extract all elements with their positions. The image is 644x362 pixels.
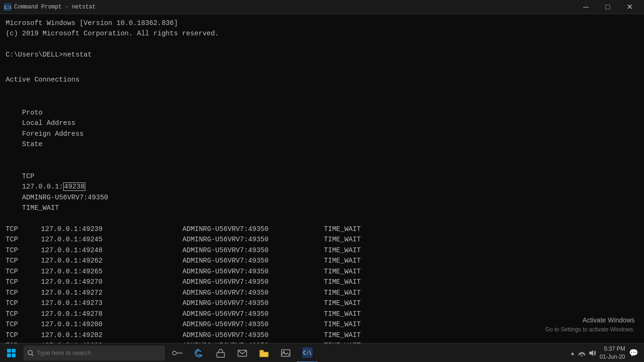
copyright-line: (c) 2019 Microsoft Corporation. All righ… <box>6 28 638 39</box>
activate-line1: Activate Windows <box>545 315 635 325</box>
cmd-icon: C:\ <box>4 3 11 11</box>
show-hidden-icon[interactable]: ▲ <box>570 350 575 356</box>
taskbar: C:\ ▲ 5:37 PM 01-Jun-20 💬 <box>0 343 644 362</box>
svg-text:C:\: C:\ <box>4 5 11 10</box>
search-icon <box>27 350 34 356</box>
blank-line-1 <box>6 39 638 49</box>
console-area: Microsoft Windows [Version 10.0.18362.83… <box>0 14 644 343</box>
svg-marker-18 <box>589 350 593 356</box>
edge-button[interactable] <box>189 344 209 362</box>
command-line: C:\Users\DELL>netstat <box>6 49 638 60</box>
file-explorer-button[interactable] <box>254 344 274 362</box>
taskbar-right: ▲ 5:37 PM 01-Jun-20 💬 <box>570 345 644 361</box>
activate-windows-watermark: Activate Windows Go to Settings to activ… <box>545 315 635 334</box>
svg-point-8 <box>173 351 176 355</box>
taskview-button[interactable] <box>167 344 188 362</box>
svg-line-7 <box>32 354 34 356</box>
volume-icon[interactable] <box>588 349 596 357</box>
datetime-display[interactable]: 5:37 PM 01-Jun-20 <box>600 345 625 361</box>
store-icon <box>215 348 226 358</box>
table-row: TCP127.0.0.1:49272ADMINRG-U56VRV7:49350T… <box>6 288 638 298</box>
table-row: TCP127.0.0.1:49262ADMINRG-U56VRV7:49350T… <box>6 255 638 266</box>
svg-point-17 <box>581 355 582 356</box>
cmd-taskbar-icon: C:\ <box>302 347 313 358</box>
header-state: State <box>22 139 43 149</box>
mail-button[interactable] <box>232 344 253 362</box>
notification-icon[interactable]: 💬 <box>629 348 638 357</box>
row-foreign: ADMINRG-U56VRV7:49350 <box>22 192 164 203</box>
search-input[interactable] <box>37 349 155 356</box>
blank-line-2 <box>6 60 638 71</box>
svg-rect-5 <box>12 354 16 357</box>
close-button[interactable]: ✕ <box>619 0 640 14</box>
version-line: Microsoft Windows [Version 10.0.18362.83… <box>6 18 638 28</box>
minimize-button[interactable]: ─ <box>575 0 597 14</box>
title-left: C:\ Command Prompt - netstat <box>4 3 96 11</box>
photos-button[interactable] <box>275 344 296 362</box>
table-row: TCP 127.0.0.1:49238 ADMINRG-U56VRV7:4935… <box>6 160 638 224</box>
table-row: TCP127.0.0.1:49239ADMINRG-U56VRV7:49350T… <box>6 224 638 234</box>
active-connections-label: Active Connections <box>6 74 638 85</box>
maximize-button[interactable]: □ <box>597 0 619 14</box>
start-button[interactable] <box>0 344 23 362</box>
edge-icon <box>194 348 204 358</box>
activate-line2: Go to Settings to activate Windows. <box>545 325 635 334</box>
header-local: Local Address <box>22 118 164 128</box>
store-button[interactable] <box>210 344 231 362</box>
row-proto: TCP <box>22 171 58 181</box>
svg-rect-2 <box>7 349 11 353</box>
svg-rect-4 <box>7 354 11 357</box>
table-row: TCP127.0.0.1:49245ADMINRG-U56VRV7:49350T… <box>6 234 638 245</box>
row-state: TIME_WAIT <box>22 203 59 213</box>
taskbar-apps: C:\ <box>167 344 318 362</box>
photos-icon <box>281 348 291 358</box>
cmd-taskbar-button[interactable]: C:\ <box>297 344 318 362</box>
svg-rect-12 <box>260 350 264 352</box>
table-row: TCP127.0.0.1:49265ADMINRG-U56VRV7:49350T… <box>6 266 638 277</box>
mail-icon <box>237 348 248 358</box>
table-row: TCP127.0.0.1:49270ADMINRG-U56VRV7:49350T… <box>6 277 638 287</box>
title-bar: C:\ Command Prompt - netstat ─ □ ✕ <box>0 0 644 14</box>
highlighted-port: 49238 <box>63 182 86 191</box>
table-row: TCP127.0.0.1:49280ADMINRG-U56VRV7:49350T… <box>6 319 638 329</box>
table-row: TCP127.0.0.1:49248ADMINRG-U56VRV7:49350T… <box>6 245 638 255</box>
time-display: 5:37 PM <box>600 345 625 353</box>
svg-text:C:\: C:\ <box>303 350 312 355</box>
system-tray-icons: ▲ <box>570 349 596 357</box>
window-title: Command Prompt - netstat <box>14 4 96 10</box>
header-proto: Proto <box>22 107 58 118</box>
windows-icon <box>7 349 16 357</box>
header-foreign: Foreign Address <box>22 129 164 139</box>
table-row: TCP127.0.0.1:49273ADMINRG-U56VRV7:49350T… <box>6 298 638 308</box>
svg-rect-10 <box>217 353 224 357</box>
row-local: 127.0.0.1:49238 <box>22 181 164 192</box>
search-area[interactable] <box>24 346 165 361</box>
blank-line-3 <box>6 86 638 97</box>
network-icon[interactable] <box>578 349 586 357</box>
table-row: TCP127.0.0.1:49282ADMINRG-U56VRV7:49350T… <box>6 330 638 340</box>
table-row: TCP127.0.0.1:49278ADMINRG-U56VRV7:49350T… <box>6 309 638 319</box>
folder-icon <box>259 348 269 358</box>
svg-point-6 <box>28 350 33 354</box>
table-header: Proto Local Address Foreign Address Stat… <box>6 97 638 160</box>
svg-rect-3 <box>12 349 16 353</box>
taskview-icon <box>172 349 182 357</box>
title-controls: ─ □ ✕ <box>575 0 640 14</box>
date-display: 01-Jun-20 <box>600 353 625 361</box>
